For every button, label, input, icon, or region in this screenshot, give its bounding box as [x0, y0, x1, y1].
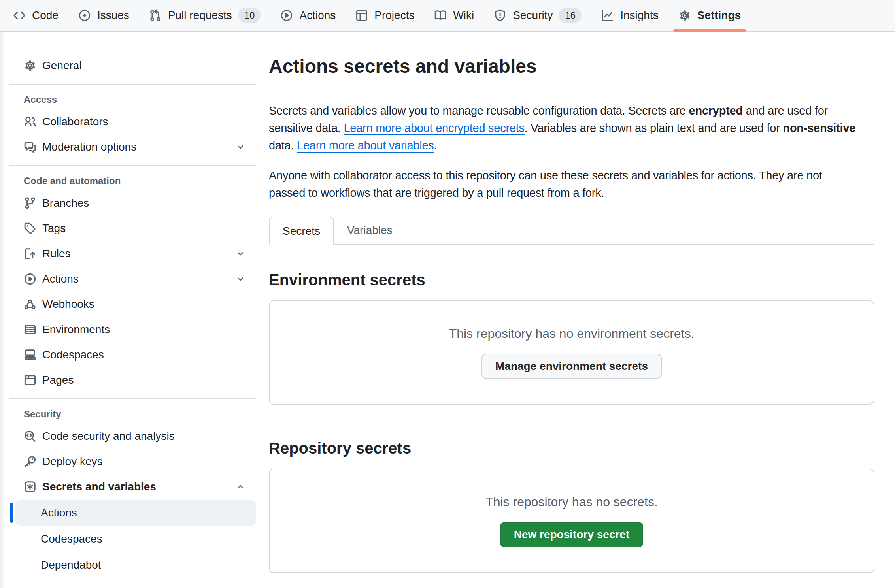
- gear-icon: [24, 59, 36, 72]
- repository-secrets-heading: Repository secrets: [269, 439, 874, 458]
- tab-label: Actions: [299, 9, 336, 22]
- play-icon: [280, 9, 293, 22]
- webhook-icon: [24, 298, 36, 311]
- sidebar-item-tags[interactable]: Tags: [9, 216, 256, 241]
- sidebar-item-actions[interactable]: Actions: [9, 266, 256, 292]
- tab-label: Security: [513, 9, 553, 22]
- tab-label: Wiki: [453, 9, 474, 22]
- tab-insights[interactable]: Insights: [591, 0, 668, 31]
- key-icon: [24, 455, 36, 468]
- tab-secrets[interactable]: Secrets: [269, 217, 334, 245]
- graph-icon: [601, 9, 614, 22]
- sidebar-item-collaborators[interactable]: Collaborators: [9, 109, 256, 134]
- tab-label: Settings: [697, 9, 741, 22]
- comment-discussion-icon: [24, 141, 36, 153]
- repository-secrets-empty-text: This repository has no secrets.: [485, 495, 658, 509]
- environment-secrets-empty-box: This repository has no environment secre…: [269, 300, 874, 405]
- tab-label: Insights: [620, 9, 659, 22]
- new-repository-secret-button[interactable]: New repository secret: [500, 522, 644, 547]
- book-icon: [434, 9, 447, 22]
- chevron-down-icon: [236, 249, 245, 258]
- tab-label: Pull requests: [168, 9, 232, 22]
- sidebar-item-webhooks[interactable]: Webhooks: [9, 292, 256, 317]
- tab-label: Projects: [374, 9, 414, 22]
- code-icon: [13, 9, 26, 22]
- main-content: Actions secrets and variables Secrets an…: [269, 32, 874, 573]
- environment-secrets-empty-text: This repository has no environment secre…: [449, 326, 695, 341]
- git-branch-icon: [24, 197, 36, 209]
- pull-requests-count-badge: 10: [238, 8, 261, 23]
- security-count-badge: 16: [559, 8, 582, 23]
- sidebar-section-access: Access: [9, 90, 256, 109]
- tag-icon: [24, 222, 36, 235]
- sidebar-item-pages[interactable]: Pages: [9, 368, 256, 393]
- browser-icon: [24, 374, 36, 386]
- sidebar-item-secrets-and-variables[interactable]: Secrets and variables: [9, 474, 256, 499]
- sidebar-subitem-codespaces[interactable]: Codespaces: [15, 526, 256, 552]
- left-edge-shadow: [0, 32, 6, 588]
- tab-code[interactable]: Code: [3, 0, 68, 31]
- sidebar-item-environments[interactable]: Environments: [9, 317, 256, 342]
- tab-security[interactable]: Security 16: [484, 0, 591, 31]
- sidebar-divider: [9, 165, 256, 166]
- chevron-up-icon: [236, 482, 245, 492]
- repo-tab-nav: Code Issues Pull requests 10 Actions Pro…: [0, 0, 895, 32]
- codescan-icon: [24, 430, 36, 443]
- issue-opened-icon: [78, 9, 91, 22]
- server-icon: [24, 323, 36, 336]
- collaborator-access-paragraph: Anyone with collaborator access to this …: [269, 167, 874, 202]
- link-learn-more-variables[interactable]: Learn more about variables: [297, 139, 434, 152]
- link-learn-more-encrypted-secrets[interactable]: Learn more about encrypted secrets: [344, 122, 524, 134]
- sidebar-divider: [9, 398, 256, 399]
- play-icon: [24, 273, 36, 285]
- tab-projects[interactable]: Projects: [346, 0, 424, 31]
- sidebar-item-moderation-options[interactable]: Moderation options: [9, 134, 256, 160]
- people-icon: [24, 115, 36, 128]
- repository-settings-page: Code Issues Pull requests 10 Actions Pro…: [0, 0, 895, 588]
- intro-paragraph: Secrets and variables allow you to manag…: [269, 102, 874, 154]
- shield-icon: [494, 9, 506, 22]
- sidebar-item-general[interactable]: General: [9, 53, 256, 78]
- tab-variables[interactable]: Variables: [334, 217, 406, 244]
- sidebar-item-code-security-and-analysis[interactable]: Code security and analysis: [9, 424, 256, 449]
- tab-label: Code: [32, 9, 59, 22]
- key-asterisk-icon: [24, 481, 36, 493]
- tab-wiki[interactable]: Wiki: [424, 0, 484, 31]
- tab-settings[interactable]: Settings: [668, 0, 751, 31]
- sidebar-item-deploy-keys[interactable]: Deploy keys: [9, 449, 256, 474]
- sidebar-subitem-actions[interactable]: Actions: [15, 500, 256, 526]
- gear-icon: [678, 9, 691, 22]
- tab-issues[interactable]: Issues: [68, 0, 139, 31]
- table-icon: [355, 9, 368, 22]
- tab-label: Issues: [97, 9, 129, 22]
- chevron-down-icon: [236, 142, 245, 152]
- tab-pull-requests[interactable]: Pull requests 10: [139, 0, 271, 31]
- manage-environment-secrets-button[interactable]: Manage environment secrets: [481, 354, 662, 379]
- settings-sidebar: General Access Collaborators Moderation …: [9, 32, 256, 579]
- sidebar-item-branches[interactable]: Branches: [9, 190, 256, 216]
- repository-secrets-empty-box: This repository has no secrets. New repo…: [269, 469, 874, 573]
- sidebar-subitem-dependabot[interactable]: Dependabot: [15, 552, 256, 578]
- sidebar-item-rules[interactable]: Rules: [9, 241, 256, 266]
- secrets-variables-tabnav: Secrets Variables: [269, 217, 874, 245]
- codespaces-icon: [24, 349, 36, 361]
- chevron-down-icon: [236, 274, 245, 284]
- git-pull-request-icon: [149, 9, 162, 22]
- rules-icon: [24, 247, 36, 260]
- tab-actions[interactable]: Actions: [270, 0, 346, 31]
- environment-secrets-heading: Environment secrets: [269, 270, 874, 289]
- sidebar-item-codespaces[interactable]: Codespaces: [9, 342, 256, 368]
- sidebar-divider: [9, 84, 256, 85]
- sidebar-section-code-and-automation: Code and automation: [9, 172, 256, 190]
- page-title: Actions secrets and variables: [269, 55, 874, 89]
- sidebar-section-security: Security: [9, 405, 256, 424]
